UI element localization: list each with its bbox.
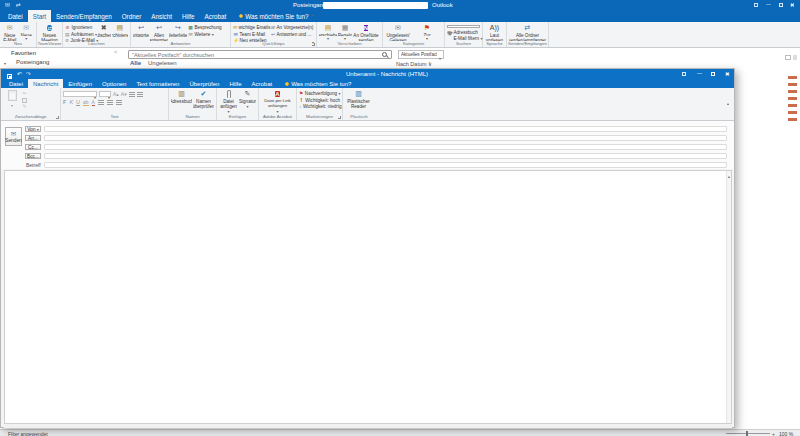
tab-text-formatieren[interactable]: Text formatieren [131, 79, 184, 88]
filter-unread[interactable]: Ungelesen [148, 60, 177, 66]
sort-direction-icon[interactable] [428, 60, 431, 66]
high-importance-button[interactable]: !Wichtigkeit: hoch [299, 98, 340, 103]
favorites-header[interactable]: Favoriten [11, 50, 36, 56]
follow-up-button[interactable]: Nachverfolgung [299, 91, 340, 96]
move-button[interactable]: Verschieben [319, 23, 337, 41]
bold-button[interactable]: F [63, 99, 66, 105]
from-button[interactable]: Von [25, 126, 41, 133]
follow-up-button[interactable]: Zur Nachverfolgung [412, 23, 442, 41]
redo-icon[interactable] [26, 70, 31, 77]
meeting-button[interactable]: Besprechung [188, 25, 224, 30]
bcc-button[interactable]: Bcc... [25, 153, 41, 160]
align-center-button[interactable] [107, 100, 113, 105]
tab-hilfe[interactable]: Hilfe [224, 79, 246, 88]
low-importance-button[interactable]: Wichtigkeit: niedrig [299, 104, 340, 109]
new-email-button[interactable]: Neue E-Mail [2, 23, 18, 41]
to-field[interactable] [44, 135, 727, 141]
search-input[interactable]: "Aktuelles Postfach" durchsuchen [128, 50, 392, 59]
filter-all[interactable]: Alle [130, 60, 141, 66]
folder-inbox[interactable]: Posteingang [16, 59, 49, 65]
read-aloud-button[interactable]: A)) Laut vorlesen [485, 23, 504, 41]
paste-button[interactable] [3, 89, 21, 114]
highlight-button[interactable]: ab [83, 99, 89, 106]
search-scope-dropdown[interactable]: Aktuelles Postfach [398, 50, 444, 59]
find-people-input[interactable]: Personen suchen [447, 25, 480, 28]
tab-nachricht[interactable]: Nachricht [28, 79, 63, 88]
view-buttons[interactable] [698, 430, 716, 436]
address-book-button[interactable]: Adressbuch [171, 89, 192, 114]
immersive-reader-button[interactable]: Plastischer Reader [345, 89, 372, 114]
tell-me-box[interactable]: Was möchten Sie tun? [239, 10, 308, 22]
attach-file-button[interactable]: Datei anfügen [219, 89, 238, 114]
numbered-list-button[interactable] [137, 92, 143, 97]
quickstep-item[interactable]: wichtige Emails... [233, 25, 270, 30]
ignore-button[interactable]: Ignorieren [65, 25, 96, 30]
delete-button[interactable]: Löschen [97, 23, 111, 41]
tab-datei[interactable]: Datei [4, 79, 28, 88]
collapse-ribbon-icon[interactable] [727, 99, 729, 117]
tab-start[interactable]: Start [28, 10, 51, 22]
body-scrollbar[interactable] [726, 171, 731, 423]
forward-button[interactable]: Weiterleiten [169, 23, 187, 41]
to-button[interactable]: An... [25, 135, 41, 142]
ribbon-display-options-icon[interactable] [682, 72, 686, 76]
sort-by-dropdown[interactable]: Nach Datum ∨ [396, 61, 432, 67]
send-receive-all-button[interactable]: Alle Ordner senden/empfangen [509, 23, 546, 41]
new-items-button[interactable]: Neue Elemente [19, 23, 35, 41]
zoom-slider-thumb[interactable] [746, 431, 748, 436]
minimize-button[interactable] [766, 1, 771, 7]
scroll-up-icon[interactable] [728, 172, 730, 190]
reply-button[interactable]: Antworten [133, 23, 149, 41]
tab-ordner[interactable]: Ordner [117, 10, 147, 22]
quicksteps-scroll-up-icon[interactable] [312, 25, 314, 28]
underline-button[interactable]: U [76, 99, 80, 105]
new-meeting-button[interactable]: Neues Meeting [39, 23, 60, 41]
title-search-box[interactable] [323, 2, 428, 9]
attach-via-link-button[interactable]: Datei per Link anhängen [261, 89, 294, 114]
maximize-button[interactable] [779, 3, 783, 7]
font-name-box[interactable] [63, 91, 97, 97]
compose-close-button[interactable] [725, 71, 730, 77]
send-button[interactable]: Senden [5, 127, 22, 146]
tab-ansicht[interactable]: Ansicht [146, 10, 177, 22]
close-button[interactable] [790, 2, 795, 8]
zoom-level[interactable]: 100 % [779, 431, 793, 436]
subject-field[interactable] [44, 162, 727, 168]
check-names-button[interactable]: Namen überprüfen [193, 89, 214, 114]
signature-button[interactable]: Signatur [239, 89, 256, 114]
tab-acrobat[interactable]: Acrobat [246, 79, 277, 88]
quickstep-item[interactable]: Team E-Mail [233, 32, 270, 37]
tab-senden-empfangen[interactable]: Senden/Empfangen [51, 10, 117, 22]
zoom-slider-track[interactable] [726, 433, 770, 434]
undo-icon[interactable] [17, 70, 22, 77]
grow-font-button[interactable]: A▴ [113, 91, 119, 97]
cc-button[interactable]: Cc... [25, 144, 41, 151]
tab-datei[interactable]: Datei [3, 10, 28, 22]
tell-me-box[interactable]: Was möchten Sie tun? [285, 79, 351, 88]
quickstep-item[interactable]: Antworten und ... [271, 32, 311, 37]
quickstep-item[interactable]: An Vorgesetzte(n) [271, 25, 311, 30]
qat-send-receive-icon[interactable] [16, 1, 21, 8]
compose-minimize-button[interactable] [697, 70, 702, 76]
onenote-button[interactable]: An OneNote senden [353, 23, 379, 41]
quicksteps-scroll-down-icon[interactable] [312, 30, 314, 33]
favorites-expand-icon[interactable] [4, 51, 6, 69]
message-body[interactable] [4, 170, 732, 424]
tab-einfuegen[interactable]: Einfügen [63, 79, 97, 88]
tab-acrobat[interactable]: Acrobat [200, 10, 232, 22]
unread-read-button[interactable]: Ungelesen/ Gelesen [385, 23, 411, 41]
italic-button[interactable]: K [69, 99, 73, 105]
from-field[interactable] [44, 126, 727, 132]
bullet-list-button[interactable] [129, 92, 135, 97]
rules-button[interactable]: Regeln [338, 23, 352, 41]
font-size-box[interactable] [99, 91, 111, 97]
cc-field[interactable] [44, 144, 727, 150]
copy-button[interactable] [22, 98, 34, 103]
clipboard-dialog-launcher[interactable] [56, 116, 59, 119]
body-hscroll-area[interactable] [4, 424, 732, 428]
markierungen-dialog-launcher[interactable] [338, 116, 341, 119]
more-respond-button[interactable]: Weitere [188, 32, 224, 37]
collapse-folder-pane-icon[interactable]: < [114, 49, 118, 55]
align-left-button[interactable] [98, 100, 104, 105]
zoom-plus[interactable]: + [772, 431, 775, 436]
